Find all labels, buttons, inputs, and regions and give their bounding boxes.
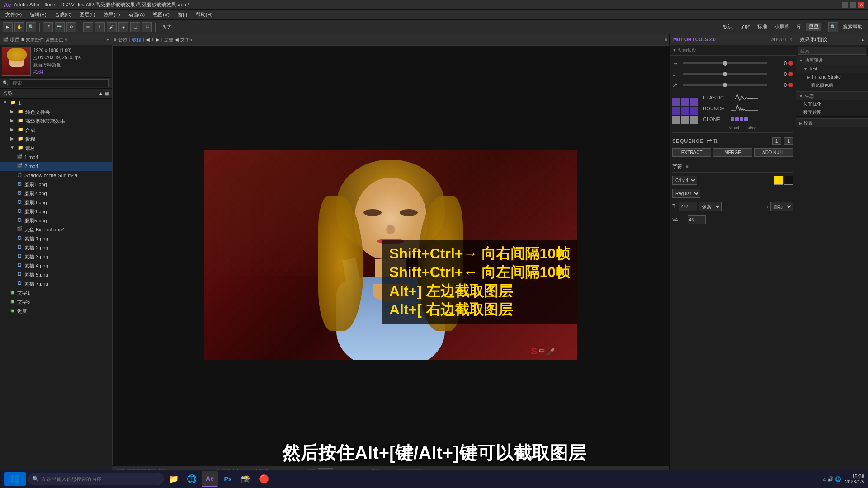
- clone-dot-1[interactable]: [731, 117, 734, 121]
- tree-view-icon[interactable]: ▦: [105, 91, 109, 96]
- tree-item-glass[interactable]: ▶ 📁 高级磨砂玻璃效果: [0, 117, 112, 126]
- slider-x-handle[interactable]: [723, 61, 727, 66]
- tree-item-text6[interactable]: ▣ 文字6: [0, 297, 112, 306]
- grid-btn-7[interactable]: [672, 116, 680, 124]
- toolbar-select[interactable]: ▶: [3, 22, 13, 32]
- taskbar-greenshot[interactable]: 📸: [238, 471, 254, 487]
- tree-item-root[interactable]: ▼ 📁 1: [0, 99, 112, 108]
- nav-prev[interactable]: ◀: [146, 37, 150, 42]
- tree-item-brush5[interactable]: 🖼 磨刷5.png: [0, 216, 112, 225]
- toolbar-hand[interactable]: ✋: [14, 22, 24, 32]
- fill-stroke-item[interactable]: ▶ Fill and Stroke: [796, 73, 868, 81]
- grid-btn-8[interactable]: [681, 116, 689, 124]
- taskbar-search-input[interactable]: [42, 476, 132, 482]
- grid-btn-9[interactable]: [690, 116, 698, 124]
- seq-arrow-1[interactable]: ⇄: [707, 137, 712, 145]
- menu-view[interactable]: 视图(V): [149, 10, 173, 19]
- effects-close[interactable]: ×: [862, 37, 864, 42]
- tree-item-comp[interactable]: ▶ 📁 合成: [0, 126, 112, 135]
- toolbar-eraser[interactable]: ◻: [130, 22, 140, 32]
- menu-effects[interactable]: 效果(T): [100, 10, 123, 19]
- tracking-input[interactable]: [688, 215, 706, 224]
- menu-help[interactable]: 帮助(H): [192, 10, 216, 19]
- minimize-button[interactable]: ─: [842, 2, 848, 8]
- font-style-select[interactable]: Regular: [672, 189, 700, 198]
- tree-item-1mp4[interactable]: 🎬 1.mp4: [0, 153, 112, 162]
- toolbar-rotate[interactable]: ↺: [43, 22, 53, 32]
- menu-edit[interactable]: 编辑(E): [26, 10, 50, 19]
- tree-item-sketch5[interactable]: 🖼 素描 5.png: [0, 270, 112, 279]
- clone-dot-4[interactable]: [744, 117, 748, 121]
- tree-item-bigfish[interactable]: 🎬 大鱼 Big Fish.mp4: [0, 225, 112, 234]
- about-label[interactable]: ABOUT: [771, 37, 787, 42]
- toolbar-current[interactable]: 里里: [806, 23, 821, 31]
- tree-item-brush2[interactable]: 🖼 磨刷2.png: [0, 189, 112, 198]
- toolbar-search-expand[interactable]: 🔍: [828, 22, 838, 32]
- menu-anim[interactable]: 动画(A): [125, 10, 149, 19]
- ecology-section[interactable]: ▼ 生态: [796, 91, 868, 100]
- font-family-select[interactable]: C4 v.4: [672, 176, 697, 185]
- toolbar-stamp[interactable]: ◈: [118, 22, 128, 32]
- effects-search-input[interactable]: [798, 47, 866, 55]
- grid-btn-5[interactable]: [681, 107, 689, 115]
- toolbar-pen[interactable]: ✏: [83, 22, 93, 32]
- fill-color-group[interactable]: 填充颜色组: [796, 81, 868, 89]
- seq-arrow-2[interactable]: ⇅: [713, 137, 718, 145]
- tree-item-pure-color[interactable]: ▶ 📁 纯色文件夹: [0, 108, 112, 117]
- menu-file[interactable]: 文件(F): [2, 10, 25, 19]
- taskbar-ae[interactable]: Ae: [202, 471, 218, 487]
- tab-expand[interactable]: ≡: [665, 37, 667, 42]
- toolbar-text[interactable]: T: [95, 22, 105, 32]
- digit-sticker[interactable]: 数字贴图: [796, 108, 868, 117]
- tree-sort-icon[interactable]: ▲: [99, 91, 103, 96]
- anim-preset-section[interactable]: ▼ 动画预设: [796, 56, 868, 65]
- close-button[interactable]: ✕: [858, 2, 864, 8]
- menu-window[interactable]: 窗口: [174, 10, 191, 19]
- taskbar-red-app[interactable]: 🔴: [256, 471, 272, 487]
- toolbar-zoom[interactable]: 🔍: [26, 22, 36, 32]
- toolbar-camera[interactable]: 📷: [55, 22, 65, 32]
- tree-item-sketch7[interactable]: 🖼 素描 7.png: [0, 279, 112, 288]
- fill-swatch[interactable]: [774, 176, 783, 185]
- toolbar-library[interactable]: 库: [794, 23, 804, 30]
- char-settings-icon[interactable]: ≡: [686, 164, 689, 169]
- maximize-button[interactable]: □: [850, 2, 856, 8]
- tree-item-shadow[interactable]: 🎵 Shadow of the Sun.m4a: [0, 171, 112, 180]
- comp-tab-tutorial[interactable]: 教程: [132, 37, 141, 43]
- anim-preset-expand[interactable]: ▼: [672, 47, 677, 52]
- clone-dot-3[interactable]: [740, 117, 743, 121]
- toolbar-orbit[interactable]: ⊙: [66, 22, 76, 32]
- position-opt[interactable]: 位置优化: [796, 100, 868, 108]
- slider-y-handle[interactable]: [723, 72, 727, 76]
- seq-val2[interactable]: 1: [784, 137, 793, 145]
- menu-layer[interactable]: 图层(L): [76, 10, 99, 19]
- search-input[interactable]: [10, 79, 109, 87]
- stroke-swatch[interactable]: [784, 176, 793, 185]
- add-null-button[interactable]: ADD NULL: [754, 148, 793, 157]
- nav-next[interactable]: ▶: [156, 37, 160, 42]
- tree-item-progress[interactable]: ▣ 进度: [0, 306, 112, 315]
- slider-x-keyframe[interactable]: [788, 61, 793, 66]
- toolbar-help-search[interactable]: 搜索帮助: [840, 23, 865, 30]
- toolbar-small[interactable]: 小屏幕: [772, 23, 792, 30]
- toolbar-learn[interactable]: 了解: [737, 23, 753, 30]
- tree-item-tutorial[interactable]: ▶ 📁 教程: [0, 135, 112, 144]
- text-subsection[interactable]: ▼ Text: [796, 65, 868, 73]
- taskbar-file-manager[interactable]: 📁: [165, 471, 182, 487]
- preview-window[interactable]: Shift+Ctrl+→ 向右间隔10帧 Shift+Ctrl+← 向左间隔10…: [112, 45, 669, 465]
- grid-btn-2[interactable]: [681, 98, 689, 106]
- slider-y-track[interactable]: [683, 73, 767, 75]
- toolbar-standard[interactable]: 标准: [755, 23, 770, 30]
- grid-btn-4[interactable]: [672, 107, 680, 115]
- tree-item-text1[interactable]: ▣ 文字1: [0, 288, 112, 297]
- effects-label[interactable]: 效果控件 调整图层 4: [26, 37, 67, 43]
- tree-item-sketch2[interactable]: 🖼 素描 2.png: [0, 243, 112, 252]
- taskbar-chrome[interactable]: 🌐: [184, 471, 200, 487]
- font-unit-select[interactable]: 像素: [699, 202, 722, 211]
- font-size-input[interactable]: [679, 202, 697, 211]
- tree-item-sketch3[interactable]: 🖼 素描 3.png: [0, 252, 112, 261]
- seq-val1[interactable]: 1: [772, 137, 781, 145]
- extract-button[interactable]: EXTRACT: [672, 148, 711, 157]
- panel-close[interactable]: ×: [789, 37, 792, 42]
- tree-item-assets[interactable]: ▼ 📁 素材: [0, 144, 112, 153]
